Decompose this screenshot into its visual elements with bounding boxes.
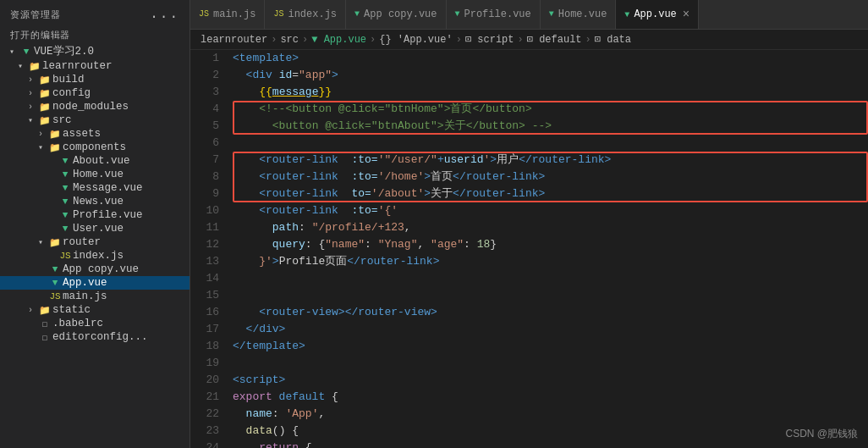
tab-app-vue[interactable]: ▼ App.vue × (616, 0, 699, 29)
code-line-22: name: 'App', (233, 406, 868, 423)
line-num: 6 (190, 135, 219, 152)
sidebar-item-router[interactable]: 📁 router (0, 235, 190, 249)
arrow-icon (14, 61, 27, 71)
sidebar-item-about-vue[interactable]: ▼ About.vue (0, 154, 190, 168)
line-num: 10 (190, 202, 219, 219)
line-num: 2 (190, 67, 219, 84)
vue-icon: ▼ (354, 9, 360, 19)
sidebar-item-label: Profile.vue (73, 209, 143, 221)
main-editor-area: JS main.js JS index.js ▼ App copy.vue ▼ … (190, 0, 868, 448)
sidebar-item-main-js[interactable]: JS main.js (0, 290, 190, 303)
sidebar-item-label: node_modules (52, 101, 129, 113)
sidebar-item-assets[interactable]: 📁 assets (0, 127, 190, 141)
tab-index-js[interactable]: JS index.js (265, 0, 346, 29)
sidebar-item-label: router (63, 236, 101, 248)
sidebar-item-user-vue[interactable]: ▼ User.vue (0, 222, 190, 235)
tab-app-copy-vue[interactable]: ▼ App copy.vue (346, 0, 446, 29)
sidebar-item-news-vue[interactable]: ▼ News.vue (0, 195, 190, 208)
sidebar-item-static[interactable]: 📁 static (0, 303, 190, 317)
sidebar-item-label: learnrouter (42, 60, 113, 72)
vue-icon: ▼ (58, 210, 73, 220)
sidebar-item-label: main.js (63, 290, 107, 302)
arrow-icon (24, 89, 37, 98)
breadcrumb-src: src (280, 34, 299, 46)
sidebar-item-build[interactable]: 📁 build (0, 73, 190, 86)
sidebar-item-app-copy-vue[interactable]: ▼ App copy.vue (0, 263, 190, 276)
sidebar-item-home-vue[interactable]: ▼ Home.vue (0, 168, 190, 181)
vue-icon: ▼ (455, 9, 460, 19)
sidebar-item-components[interactable]: 📁 components (0, 141, 190, 154)
line-num: 13 (190, 253, 219, 270)
code-line-8: <router-link :to='/home'>首页</router-link… (233, 169, 868, 185)
sidebar-item-message-vue[interactable]: ▼ Message.vue (0, 181, 190, 195)
sidebar-item-label: .babelrc (52, 318, 103, 329)
tab-close-button[interactable]: × (683, 8, 689, 21)
breadcrumb-sep: › (456, 34, 462, 46)
breadcrumb-learnrouter: learnrouter (201, 34, 267, 46)
breadcrumb-appvue-obj: {} 'App.vue' (379, 34, 452, 46)
file-icon: ◻ (37, 318, 52, 329)
code-line-24: return { (233, 440, 868, 448)
tab-label: App.vue (634, 8, 676, 20)
file-icon: ◻ (37, 332, 52, 343)
sidebar-item-src[interactable]: 📁 src (0, 113, 190, 127)
folder-icon: 📁 (37, 75, 52, 86)
breadcrumb-sep: › (302, 34, 308, 46)
code-line-19 (233, 355, 868, 372)
breadcrumb-sep: › (271, 34, 277, 46)
vue-icon: ▼ (58, 169, 73, 180)
tab-label: index.js (288, 8, 337, 20)
vue-icon: ▼ (47, 278, 63, 288)
sidebar-item-label: News.vue (73, 196, 124, 207)
tab-profile-vue[interactable]: ▼ Profile.vue (447, 0, 541, 29)
vue-icon: ▼ (58, 224, 73, 234)
sidebar-item-router-index-js[interactable]: JS index.js (0, 249, 190, 263)
breadcrumb-sep: › (518, 34, 524, 46)
breadcrumb-data: ⊡ data (595, 33, 631, 46)
sidebar-item-profile-vue[interactable]: ▼ Profile.vue (0, 208, 190, 222)
sidebar-menu-dots[interactable]: ... (150, 7, 179, 22)
line-num: 7 (190, 152, 219, 169)
tab-home-vue[interactable]: ▼ Home.vue (541, 0, 617, 29)
sidebar-title-bar: 资源管理器 ... (0, 0, 190, 25)
sidebar-item-vue-root[interactable]: ▼ VUE学习2.0 (0, 43, 190, 59)
code-line-14 (233, 270, 868, 287)
code-line-7: <router-link :to='"/user/"+userid'>用户</r… (233, 152, 868, 169)
folder-icon: 📁 (47, 129, 63, 140)
vue-icon: ▼ (549, 9, 554, 19)
sidebar-item-learnrouter[interactable]: 📁 learnrouter (0, 59, 190, 73)
folder-icon: 📁 (37, 88, 52, 99)
code-content[interactable]: <template> <div id="app"> {{message}} <! (226, 50, 868, 448)
sidebar-item-editorconfig[interactable]: ◻ editorconfig... (0, 330, 190, 344)
sidebar-item-node-modules[interactable]: 📁 node_modules (0, 100, 190, 113)
code-content-wrapper[interactable]: <template> <div id="app"> {{message}} <! (226, 50, 868, 448)
breadcrumb-sep: › (370, 34, 376, 46)
code-line-6 (233, 135, 868, 152)
tab-main-js[interactable]: JS main.js (190, 0, 265, 29)
vue-icon: ▼ (19, 47, 34, 57)
folder-icon: 📁 (27, 61, 42, 72)
line-num: 8 (190, 169, 219, 185)
line-num: 24 (190, 440, 219, 448)
sidebar-item-label: About.vue (73, 155, 130, 167)
folder-icon: 📁 (37, 102, 52, 113)
js-icon: JS (199, 9, 209, 19)
line-num: 4 (190, 101, 219, 118)
sidebar-item-label: index.js (73, 250, 124, 262)
code-editor: 1 2 3 4 5 6 7 8 9 10 11 12 13 14 15 16 1… (190, 50, 868, 448)
line-num: 3 (190, 84, 219, 101)
arrow-icon (24, 306, 37, 315)
tab-label: main.js (213, 8, 255, 20)
sidebar-item-app-vue[interactable]: ▼ App.vue (0, 276, 190, 290)
sidebar-item-config[interactable]: 📁 config (0, 86, 190, 100)
js-icon: JS (273, 9, 283, 19)
code-line-17: </div> (233, 321, 868, 338)
line-num: 5 (190, 118, 219, 135)
vue-icon: ▼ (58, 196, 73, 207)
sidebar-item-babelrc[interactable]: ◻ .babelrc (0, 317, 190, 330)
sidebar-item-label: Message.vue (73, 182, 143, 194)
code-line-13: }'>Profile页面</router-link> (233, 253, 868, 270)
vue-icon: ▼ (58, 183, 73, 193)
line-num: 11 (190, 219, 219, 236)
code-line-2: <div id="app"> (233, 67, 868, 84)
